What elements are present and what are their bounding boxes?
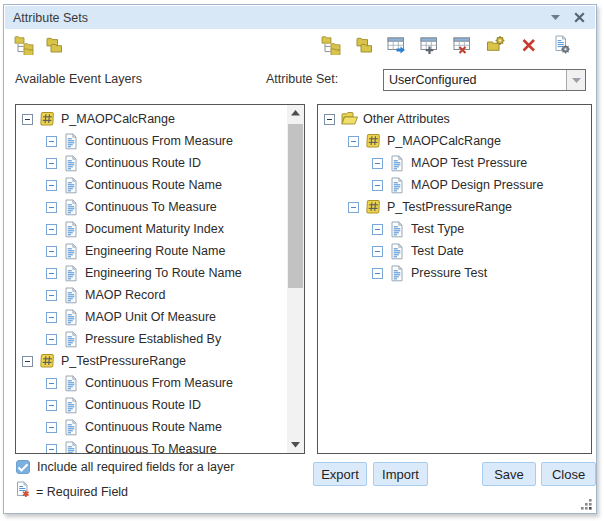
folder-tree-button[interactable] <box>14 37 34 57</box>
collapse-toggle[interactable] <box>46 444 57 454</box>
table-x-button[interactable] <box>453 37 473 57</box>
tree-item[interactable]: MAOP Record <box>16 284 287 306</box>
collapse-toggle[interactable] <box>372 246 383 257</box>
include-required-fields-checkbox[interactable] <box>16 460 30 474</box>
collapse-toggle[interactable] <box>46 136 57 147</box>
tree-item[interactable]: Pressure Test <box>318 262 591 284</box>
field-icon <box>63 375 81 392</box>
collapse-toggle[interactable] <box>46 246 57 257</box>
title-bar[interactable]: Attribute Sets <box>5 6 595 29</box>
collapse-toggle[interactable] <box>22 356 33 367</box>
arrow-up-icon <box>291 110 300 116</box>
collapse-dialog-button[interactable] <box>547 10 563 26</box>
collapse-toggle[interactable] <box>348 136 359 147</box>
tree-item[interactable]: Other Attributes <box>318 108 591 130</box>
field-icon <box>63 309 81 326</box>
collapse-toggle[interactable] <box>46 400 57 411</box>
table-plus-button[interactable] <box>420 37 440 57</box>
tree-item[interactable]: MAOP Test Pressure <box>318 152 591 174</box>
required-field-label: = Required Field <box>36 485 128 499</box>
folder-gear-button[interactable] <box>486 37 506 57</box>
tree-item-label: Continuous Route Name <box>85 420 222 434</box>
tree-item[interactable]: Test Date <box>318 240 591 262</box>
available-layers-panel: P_MAOPCalcRange Continuous From Measure … <box>15 104 305 454</box>
tree-item-label: Test Type <box>411 222 464 236</box>
tree-item[interactable]: Pressure Established By <box>16 328 287 350</box>
tree-item[interactable]: Document Maturity Index <box>16 218 287 240</box>
event-layer-icon <box>39 111 57 128</box>
collapse-toggle[interactable] <box>46 378 57 389</box>
tree-item-label: P_MAOPCalcRange <box>61 112 175 126</box>
scroll-down-button[interactable] <box>287 437 304 453</box>
tree-item-label: Pressure Test <box>411 266 487 280</box>
collapse-toggle[interactable] <box>46 202 57 213</box>
close-dialog-button[interactable] <box>571 10 587 26</box>
folders-button[interactable] <box>354 37 374 57</box>
tree-item[interactable]: P_MAOPCalcRange <box>16 108 287 130</box>
collapse-toggle[interactable] <box>46 334 57 345</box>
collapse-toggle[interactable] <box>348 202 359 213</box>
page-gear-button[interactable] <box>552 37 572 57</box>
collapse-toggle[interactable] <box>372 158 383 169</box>
tree-item[interactable]: Continuous Route Name <box>16 416 287 438</box>
field-icon <box>63 287 81 304</box>
tree-item[interactable]: Engineering Route Name <box>16 240 287 262</box>
folder-tree-icon <box>14 35 34 59</box>
folder-tree-button[interactable] <box>321 37 341 57</box>
tree-item-label: P_TestPressureRange <box>61 354 186 368</box>
available-event-layers-label: Available Event Layers <box>15 72 142 86</box>
collapse-toggle[interactable] <box>46 180 57 191</box>
tree-item[interactable]: P_MAOPCalcRange <box>318 130 591 152</box>
collapse-toggle[interactable] <box>372 268 383 279</box>
save-button[interactable]: Save <box>482 462 536 486</box>
resize-grip[interactable] <box>580 497 593 510</box>
red-x-button[interactable] <box>519 37 539 57</box>
field-icon <box>63 331 81 348</box>
tree-item[interactable]: P_TestPressureRange <box>16 350 287 372</box>
collapse-toggle[interactable] <box>46 312 57 323</box>
arrow-down-icon <box>291 442 300 448</box>
tree-item[interactable]: P_TestPressureRange <box>318 196 591 218</box>
vertical-scrollbar[interactable] <box>287 105 304 453</box>
scrollbar-thumb[interactable] <box>288 124 303 288</box>
close-button[interactable]: Close <box>541 462 596 486</box>
attribute-set-panel: Other Attributes P_MAOPCalcRange MAOP Te… <box>317 104 592 454</box>
collapse-toggle[interactable] <box>46 158 57 169</box>
folder-tree-icon <box>321 35 341 59</box>
collapse-toggle[interactable] <box>46 290 57 301</box>
tree-item[interactable]: Test Type <box>318 218 591 240</box>
tree-item[interactable]: Continuous To Measure <box>16 196 287 218</box>
attribute-sets-dialog: Attribute Sets Available Event Layers At… <box>3 4 597 514</box>
import-button[interactable]: Import <box>373 462 428 486</box>
collapse-toggle[interactable] <box>22 114 33 125</box>
tree-item[interactable]: Engineering To Route Name <box>16 262 287 284</box>
toolbar-right <box>321 37 572 57</box>
attribute-set-label: Attribute Set: <box>266 72 338 86</box>
tree-item[interactable]: Continuous Route Name <box>16 174 287 196</box>
tree-item-label: Continuous Route ID <box>85 156 201 170</box>
tree-item[interactable]: Continuous From Measure <box>16 130 287 152</box>
field-icon <box>63 221 81 238</box>
tree-item[interactable]: Continuous To Measure <box>16 438 287 453</box>
field-icon <box>389 177 407 194</box>
collapse-toggle[interactable] <box>372 224 383 235</box>
collapse-toggle[interactable] <box>324 114 335 125</box>
tree-item[interactable]: Continuous Route ID <box>16 152 287 174</box>
dropdown-arrow-button[interactable] <box>566 70 585 90</box>
attribute-set-dropdown[interactable]: UserConfigured <box>383 69 586 91</box>
collapse-toggle[interactable] <box>46 268 57 279</box>
page-gear-icon <box>552 35 572 59</box>
scroll-up-button[interactable] <box>287 105 304 121</box>
folders-button[interactable] <box>44 37 64 57</box>
tree-item[interactable]: MAOP Unit Of Measure <box>16 306 287 328</box>
collapse-toggle[interactable] <box>46 422 57 433</box>
tree-item[interactable]: Continuous From Measure <box>16 372 287 394</box>
collapse-toggle[interactable] <box>46 224 57 235</box>
tree-item[interactable]: Continuous Route ID <box>16 394 287 416</box>
table-arrow-button[interactable] <box>387 37 407 57</box>
chevron-down-icon <box>572 78 581 83</box>
window-controls <box>547 10 587 26</box>
export-button[interactable]: Export <box>313 462 367 486</box>
collapse-toggle[interactable] <box>372 180 383 191</box>
tree-item[interactable]: MAOP Design Pressure <box>318 174 591 196</box>
